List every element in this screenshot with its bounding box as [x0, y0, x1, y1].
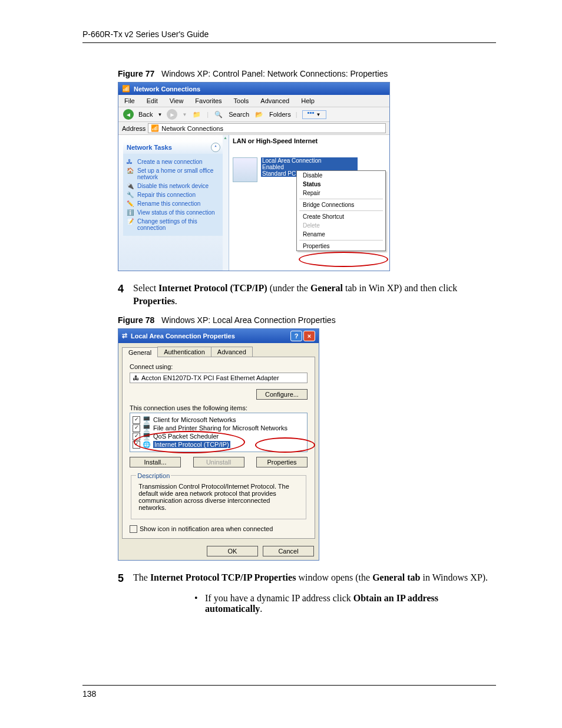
component-qos[interactable]: ✓🖥️QoS Packet Scheduler [133, 433, 305, 440]
checkbox-icon[interactable]: ✓ [133, 416, 140, 424]
ctx-disable[interactable]: Disable [297, 171, 385, 180]
menu-edit[interactable]: Edit [147, 97, 158, 104]
step-4: 4 Select Internet Protocol (TCP/IP) (und… [118, 282, 496, 308]
page-header: P-660R-Tx v2 Series User's Guide [82, 29, 496, 43]
nic-icon: 🖧 [133, 374, 139, 381]
toolbar: ◄ Back ▼ ► ▼ 📁 | 🔍 Search 📂 Folders | ▼ [118, 107, 389, 122]
address-value: Network Connections [161, 125, 223, 132]
task-create-connection[interactable]: 🖧Create a new connection [127, 159, 220, 165]
task-settings[interactable]: 📝Change settings of this connection [127, 218, 220, 231]
checkbox-icon[interactable]: ✓ [133, 441, 140, 449]
component-client[interactable]: ✓🖥️Client for Microsoft Networks [133, 416, 305, 424]
network-icon: 📶 [122, 85, 130, 93]
step-text: The Internet Protocol TCP/IP Properties … [133, 571, 496, 586]
ctx-status[interactable]: Status [297, 180, 385, 189]
step-number: 5 [118, 571, 133, 586]
task-rename[interactable]: ✏️Rename this connection [127, 200, 220, 207]
ctx-shortcut[interactable]: Create Shortcut [297, 212, 385, 221]
ok-button[interactable]: OK [207, 546, 258, 556]
component-tcpip[interactable]: ✓🌐Internet Protocol (TCP/IP) [133, 441, 305, 449]
cancel-button[interactable]: Cancel [263, 546, 314, 556]
folders-label[interactable]: Folders [269, 111, 291, 118]
back-icon[interactable]: ◄ [123, 109, 134, 120]
component-icon: 🌐 [143, 441, 151, 449]
bullet-icon: • [194, 593, 205, 614]
ctx-rename[interactable]: Rename [297, 230, 385, 239]
help-button[interactable]: ? [290, 331, 302, 341]
ctx-bridge[interactable]: Bridge Connections [297, 200, 385, 209]
connection-name: Local Area Connection [261, 157, 358, 164]
task-list: 🖧Create a new connection 🏠Set up a home … [123, 154, 224, 236]
step-number: 4 [118, 282, 133, 308]
figure77-title: Windows XP: Control Panel: Network Conne… [161, 69, 388, 78]
components-listbox[interactable]: ✓🖥️Client for Microsoft Networks ✓🖥️File… [130, 413, 308, 452]
step-5: 5 The Internet Protocol TCP/IP Propertie… [118, 571, 496, 586]
folders-icon[interactable]: 📂 [254, 109, 265, 120]
tasks-header[interactable]: Network Tasks ˄ [123, 141, 224, 154]
checkbox-icon[interactable]: ✓ [133, 424, 140, 432]
task-repair[interactable]: 🔧Repair this connection [127, 192, 220, 198]
highlight-oval [299, 252, 388, 267]
checkbox-icon[interactable]: ✓ [133, 433, 140, 440]
context-menu: Disable Status Repair Bridge Connections… [296, 170, 386, 251]
tab-advanced[interactable]: Advanced [211, 347, 253, 357]
figure77-label: Figure 77 [118, 69, 154, 78]
back-label[interactable]: Back [138, 111, 153, 118]
close-button[interactable]: × [303, 331, 315, 341]
menu-advanced[interactable]: Advanced [260, 97, 289, 104]
task-status[interactable]: ℹ️View status of this connection [127, 209, 220, 216]
menu-file[interactable]: File [124, 97, 135, 104]
description-label: Description [136, 472, 171, 479]
menu-help[interactable]: Help [301, 97, 315, 104]
menu-tools[interactable]: Tools [234, 97, 249, 104]
figure78-title: Windows XP: Local Area Connection Proper… [161, 315, 336, 325]
views-icon[interactable]: ▼ [302, 110, 326, 119]
tasks-header-label: Network Tasks [127, 144, 172, 151]
component-fileprint[interactable]: ✓🖥️File and Printer Sharing for Microsof… [133, 424, 305, 432]
up-icon[interactable]: 📁 [191, 109, 202, 120]
step-text: Select Internet Protocol (TCP/IP) (under… [133, 282, 496, 308]
component-icon: 🖥️ [143, 424, 151, 432]
tab-authentication[interactable]: Authentication [157, 347, 211, 357]
showicon-label: Show icon in notification area when conn… [140, 525, 273, 532]
adapter-field[interactable]: 🖧 Accton EN1207D-TX PCI Fast Ethernet Ad… [130, 373, 308, 383]
figure78-caption: Figure 78 Windows XP: Local Area Connect… [118, 315, 496, 325]
install-button[interactable]: Install... [130, 457, 181, 467]
menu-favorites[interactable]: Favorites [195, 97, 222, 104]
window-title: Network Connections [134, 85, 200, 93]
component-icon: 🖥️ [143, 416, 151, 424]
back-dropdown-icon[interactable]: ▼ [157, 112, 162, 117]
titlebar: ⇄ Local Area Connection Properties ? × [118, 329, 319, 343]
task-icon: 📝 [127, 218, 134, 225]
general-panel: Connect using: 🖧 Accton EN1207D-TX PCI F… [122, 357, 315, 539]
search-label[interactable]: Search [229, 111, 249, 118]
items-label: This connection uses the following items… [130, 404, 308, 411]
connection-status: Enabled [261, 164, 358, 170]
menu-view[interactable]: View [170, 97, 184, 104]
tabs: General Authentication Advanced [118, 343, 319, 357]
forward-dropdown-icon[interactable]: ▼ [182, 112, 187, 117]
address-bar: Address 📶 Network Connections [118, 122, 389, 135]
tab-general[interactable]: General [122, 347, 158, 357]
ctx-properties[interactable]: Properties [297, 242, 385, 251]
task-icon: 🏠 [127, 167, 134, 174]
window-title: Local Area Connection Properties [131, 332, 235, 340]
task-setup-network[interactable]: 🏠Set up a home or small office network [127, 167, 220, 180]
titlebar: 📶 Network Connections [118, 83, 389, 95]
forward-icon[interactable]: ► [167, 109, 177, 120]
search-icon[interactable]: 🔍 [213, 109, 224, 120]
collapse-chevron-icon[interactable]: ˄ [211, 143, 220, 152]
network-connections-window: 📶 Network Connections File Edit View Fav… [118, 82, 390, 271]
task-disable-device[interactable]: 🔌Disable this network device [127, 183, 220, 189]
lac-properties-window: ⇄ Local Area Connection Properties ? × G… [118, 328, 319, 561]
checkbox-icon[interactable] [130, 525, 137, 533]
showicon-row[interactable]: Show icon in notification area when conn… [130, 525, 308, 533]
ctx-repair[interactable]: Repair [297, 189, 385, 197]
configure-button[interactable]: Configure... [256, 389, 308, 400]
properties-button[interactable]: Properties [256, 457, 308, 467]
left-scrollbar[interactable] [223, 135, 229, 271]
task-icon: ℹ️ [127, 209, 134, 216]
task-icon: 🖧 [127, 159, 134, 165]
connect-using-label: Connect using: [130, 363, 308, 370]
address-field[interactable]: 📶 Network Connections [148, 123, 386, 133]
